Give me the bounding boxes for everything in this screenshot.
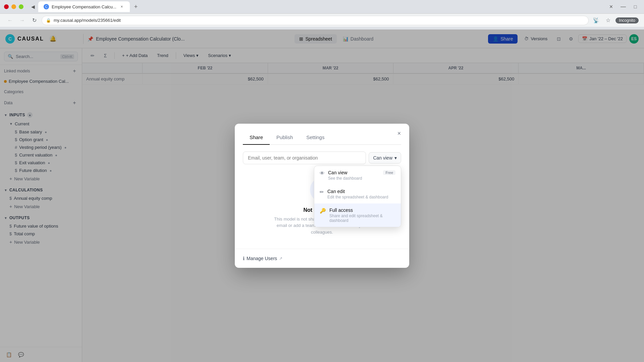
modal-tabs: Share Publish Settings [243,130,401,145]
refresh-btn[interactable]: ↻ [30,16,39,25]
forward-btn[interactable]: → [17,16,27,25]
window-minimize-sys[interactable]: — [619,2,628,11]
win-close[interactable] [4,4,9,9]
nav-icons: 📡 ☆ Incognito [591,16,639,25]
modal-close-btn[interactable]: × [394,129,404,138]
win-minimize[interactable] [11,4,16,9]
new-tab-btn[interactable]: + [131,2,141,11]
perm-view-label: Can view [328,170,347,175]
address-bar[interactable]: 🔒 my.causal.app/models/235661/edit [42,16,589,25]
perm-edit-desc: Edit the spreadsheet & dashboard [327,195,395,199]
modal-overlay[interactable]: Share Publish Settings × Can view ▾ 👁 [0,29,644,362]
screenshare-icon[interactable]: 📡 [591,16,601,25]
perm-full-info: Full access Share and edit spreadsheet &… [329,207,395,223]
key-icon: 🔑 [320,208,326,214]
manage-users-icon: ℹ [243,256,245,261]
window-controls [4,4,23,9]
permission-menu: 👁 Can view Free See the dashboard ✏ [314,166,401,227]
share-input-row: Can view ▾ 👁 Can view Free See the dashb… [243,152,401,164]
permission-dropdown[interactable]: Can view ▾ [369,152,401,164]
tab-back-btn[interactable]: ◀ [29,3,37,11]
permission-label: Can view [373,155,392,161]
browser-chrome: ◀ C Employee Compensation Calcu... × + ×… [0,0,644,29]
nav-bar: ← → ↻ 🔒 my.causal.app/models/235661/edit… [0,13,644,27]
window-maximize-sys[interactable]: □ [631,2,640,11]
modal-body: Can view ▾ 👁 Can view Free See the dashb… [235,145,409,249]
perm-edit-label: Can edit [327,189,345,194]
manage-users-btn[interactable]: ℹ Manage Users ↗ [243,254,282,262]
perm-view-label-row: Can view Free [328,170,395,175]
share-modal: Share Publish Settings × Can view ▾ 👁 [235,124,409,268]
permission-chevron-icon: ▾ [394,155,397,161]
perm-full-desc: Share and edit spreadsheet & dashboard [329,214,395,223]
share-email-input[interactable] [243,152,366,164]
eye-icon: 👁 [320,170,325,176]
modal-tab-share[interactable]: Share [243,130,270,145]
perm-full-access[interactable]: 🔑 Full access Share and edit spreadsheet… [314,203,401,227]
external-link-icon: ↗ [279,256,282,261]
modal-header: Share Publish Settings × [235,124,409,145]
perm-can-edit[interactable]: ✏ Can edit Edit the spreadsheet & dashbo… [314,185,401,203]
perm-full-label: Full access [329,207,353,213]
lock-icon: 🔒 [46,18,51,23]
tab-title: Employee Compensation Calcu... [52,4,116,9]
perm-can-view[interactable]: 👁 Can view Free See the dashboard [314,166,401,185]
perm-edit-info: Can edit Edit the spreadsheet & dashboar… [327,189,395,199]
perm-full-label-row: Full access [329,207,395,213]
window-close-btn[interactable]: × [606,2,616,11]
browser-tabs: ◀ C Employee Compensation Calcu... × + [29,1,604,12]
incognito-btn[interactable]: Incognito [615,17,639,23]
active-tab[interactable]: C Employee Compensation Calcu... × [38,1,130,12]
perm-view-desc: See the dashboard [328,176,395,181]
tab-close-btn[interactable]: × [119,4,124,9]
modal-tab-publish[interactable]: Publish [270,130,300,145]
back-btn[interactable]: ← [5,16,15,25]
tab-favicon: C [44,4,49,9]
perm-edit-label-row: Can edit [327,189,395,194]
browser-titlebar: ◀ C Employee Compensation Calcu... × + ×… [0,0,644,13]
perm-view-info: Can view Free See the dashboard [328,170,395,181]
edit-icon: ✏ [320,189,324,195]
modal-tab-settings[interactable]: Settings [300,130,331,145]
perm-view-badge: Free [383,170,395,175]
manage-users-label: Manage Users [247,256,277,261]
address-text: my.causal.app/models/235661/edit [54,18,584,23]
win-maximize[interactable] [19,4,23,9]
modal-footer: ℹ Manage Users ↗ [235,249,409,268]
bookmark-icon[interactable]: ☆ [603,16,613,25]
